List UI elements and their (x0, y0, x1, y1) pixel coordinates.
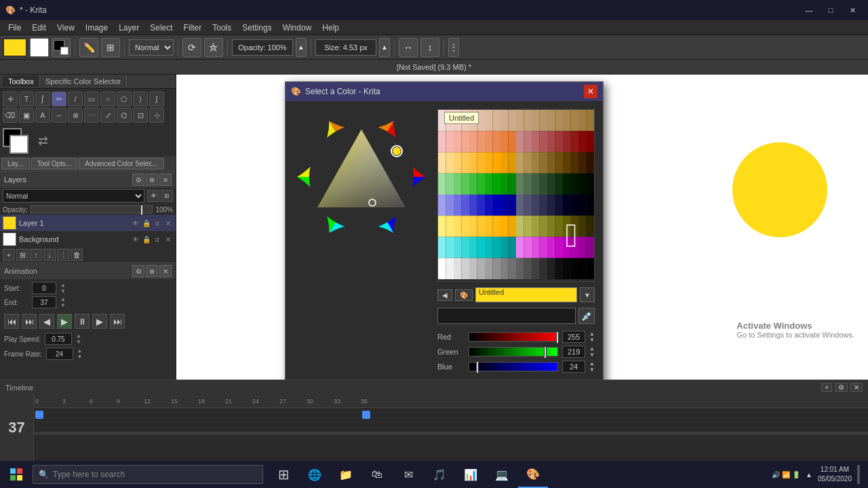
mirror-btn[interactable]: ⛤ (204, 38, 223, 57)
tool-transform[interactable]: T (19, 92, 34, 106)
background-color[interactable] (9, 135, 28, 154)
menu-file[interactable]: File (3, 22, 26, 34)
anim-close-btn[interactable]: ✕ (159, 265, 172, 277)
start-up[interactable]: ▲ (60, 282, 66, 288)
tool-smart-patch[interactable]: ⤢ (100, 108, 115, 123)
framerate-val[interactable] (46, 348, 73, 360)
menu-image[interactable]: Image (80, 22, 113, 34)
red-down[interactable]: ▼ (589, 337, 595, 343)
dialog-close-btn[interactable]: ✕ (584, 85, 597, 98)
skip-start-btn[interactable]: ⏮ (4, 314, 19, 329)
tool-zoom[interactable]: ⊕ (68, 108, 83, 123)
add-layer-btn[interactable]: + (3, 249, 15, 261)
grid-btn[interactable]: ⊞ (101, 38, 120, 57)
play-speed-val[interactable] (45, 333, 72, 345)
blue-up[interactable]: ▲ (589, 361, 595, 367)
tab-toolbox[interactable]: Toolbox (3, 76, 40, 87)
minimize-button[interactable]: — (799, 3, 819, 18)
start-down[interactable]: ▼ (60, 288, 66, 294)
tool-text[interactable]: A (35, 108, 50, 123)
taskbar-edge[interactable]: 🌐 (300, 461, 330, 488)
red-up[interactable]: ▲ (589, 331, 595, 337)
blue-down[interactable]: ▼ (589, 367, 595, 373)
layer-1-visible-icon[interactable]: 👁 (131, 218, 140, 228)
tab-advanced-color[interactable]: Advanced Color Selec... (79, 158, 163, 169)
green-thumb[interactable] (544, 346, 547, 359)
delete-layer-btn[interactable]: 🗑 (71, 249, 83, 261)
bg-color-btn[interactable] (30, 38, 49, 57)
tool-ellipse[interactable]: ○ (100, 92, 115, 106)
palette-icon-btn[interactable]: 🎨 (455, 289, 473, 301)
tab-specific-color[interactable]: Specific Color Selector (40, 76, 127, 87)
color-wheel-area[interactable] (294, 109, 429, 380)
opacity-up[interactable]: ▲ (296, 38, 307, 57)
tool-gradient[interactable]: ▣ (19, 108, 34, 123)
opacity-input[interactable] (232, 39, 293, 56)
stop-btn[interactable]: ⏸ (75, 314, 90, 329)
hex-input[interactable] (437, 308, 576, 324)
timeline-close-btn[interactable]: ✕ (850, 383, 863, 392)
green-up[interactable]: ▲ (589, 346, 595, 352)
anim-settings-btn[interactable]: ⚙ (132, 265, 144, 277)
taskbar-store[interactable]: 🛍 (362, 461, 392, 488)
opacity-slider[interactable] (31, 205, 153, 214)
tool-polygon[interactable]: ⬠ (117, 92, 132, 106)
start-button[interactable] (3, 461, 30, 488)
move-down-btn[interactable]: ↓ (43, 249, 56, 261)
menu-tools[interactable]: Tools (207, 22, 237, 34)
start-val[interactable] (32, 282, 56, 294)
timeline-right[interactable]: 0 3 6 9 12 15 18 21 24 27 30 33 36 (34, 394, 868, 461)
tool-brush[interactable]: ✏ (52, 92, 66, 106)
keyframe-1-37[interactable] (362, 411, 370, 419)
menu-select[interactable]: Select (144, 22, 178, 34)
move-up-btn[interactable]: ↑ (30, 249, 42, 261)
tool-path[interactable]: ⟩ (133, 92, 148, 106)
eyedropper-btn[interactable]: 💉 (578, 308, 595, 324)
taskbar-krita[interactable]: 🎨 (518, 461, 548, 488)
taskbar-explorer[interactable]: 📁 (331, 461, 361, 488)
layer-1-alpha-icon[interactable]: α (153, 218, 162, 228)
red-thumb[interactable] (556, 331, 559, 344)
layer-row-1[interactable]: Layer 1 👁 🔒 α ✕ (0, 215, 176, 231)
taskbar-excel[interactable]: 📊 (456, 461, 486, 488)
layer-1-delete-icon[interactable]: ✕ (163, 218, 173, 228)
color-palette[interactable] (438, 110, 594, 279)
tool-measure[interactable]: ↔ (52, 108, 66, 123)
layer-row-background[interactable]: Background 👁 🔒 α ✕ (0, 231, 176, 247)
show-desktop-btn[interactable] (857, 465, 860, 484)
fr-up[interactable]: ▲ (77, 348, 83, 354)
maximize-button[interactable]: □ (821, 3, 841, 18)
size-input[interactable] (315, 39, 376, 56)
tool-fill[interactable]: ⌫ (3, 108, 18, 123)
keyframe-1-0[interactable] (35, 411, 43, 419)
layers-close-btn[interactable]: ✕ (159, 174, 172, 186)
tool-colorize[interactable]: ⌬ (117, 108, 132, 123)
next-keyframe-btn[interactable]: ▶ (92, 314, 107, 329)
tool-calligraphy[interactable]: ∫ (149, 92, 164, 106)
red-value[interactable] (562, 331, 585, 343)
layer-bg-visible-icon[interactable]: 👁 (131, 235, 140, 244)
green-track[interactable] (469, 347, 558, 357)
tab-tool-opts[interactable]: Tool Opts... (31, 158, 78, 169)
swap-colors-btn[interactable]: ⇄ (38, 134, 48, 148)
color-swap-btn[interactable] (52, 38, 71, 57)
blue-thumb[interactable] (476, 361, 479, 373)
palette-dropdown-btn[interactable]: ▼ (580, 287, 595, 302)
menu-filter[interactable]: Filter (178, 22, 208, 34)
layer-visibility-btn[interactable]: 👁 (147, 190, 159, 202)
speed-up[interactable]: ▲ (76, 333, 81, 339)
green-down[interactable]: ▼ (589, 352, 595, 358)
brush-btn[interactable]: ✏️ (79, 38, 98, 57)
palette-prev-btn[interactable]: ◀ (437, 289, 452, 301)
show-hidden-btn[interactable]: ▲ (806, 471, 812, 479)
size-up[interactable]: ▲ (379, 38, 390, 57)
layer-bg-delete-icon[interactable]: ✕ (163, 235, 173, 244)
fg-color-btn[interactable] (3, 38, 27, 57)
speed-down[interactable]: ▼ (76, 339, 81, 345)
mirror-h-btn[interactable]: ↔ (399, 38, 418, 57)
search-bar[interactable]: 🔍 Type here to search (33, 465, 263, 484)
anim-expand-btn[interactable]: ⊕ (146, 265, 158, 277)
taskbar-vs[interactable]: 💻 (487, 461, 517, 488)
layer-expand-btn[interactable]: ⊞ (161, 190, 173, 202)
tab-layers[interactable]: Lay... (1, 158, 30, 169)
